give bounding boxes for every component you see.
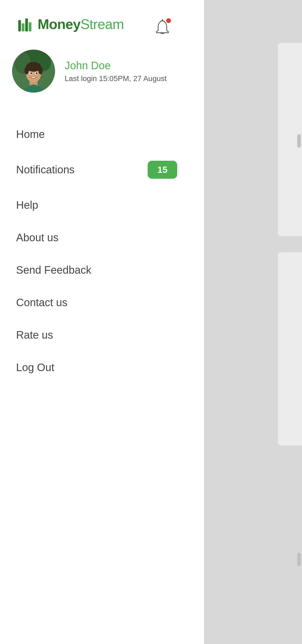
svg-rect-2 [18, 20, 21, 31]
svg-point-14 [24, 67, 29, 74]
logo: MoneyStream [16, 15, 124, 34]
svg-point-15 [38, 67, 43, 74]
menu-item-logout[interactable]: Log Out [0, 351, 193, 384]
menu-item-label-rate: Rate us [16, 329, 53, 341]
menu-item-home[interactable]: Home [0, 118, 193, 151]
svg-point-19 [36, 72, 37, 74]
menu-item-rate[interactable]: Rate us [0, 319, 193, 351]
menu-item-label-contact: Contact us [16, 297, 67, 309]
side-card-top [278, 43, 302, 236]
menu-item-notifications[interactable]: Notifications15 [0, 151, 193, 189]
menu-item-label-feedback: Send Feedback [16, 264, 91, 276]
notification-bell-button[interactable] [152, 16, 173, 38]
last-login: Last login 15:05PM, 27 August [65, 74, 167, 83]
scrollbar-track-bottom [297, 553, 301, 566]
side-card-bottom [278, 252, 302, 445]
logo-text: MoneyStream [38, 16, 124, 32]
menu-item-about[interactable]: About us [0, 221, 193, 254]
logo-icon [16, 15, 35, 34]
profile-section: John Doe Last login 15:05PM, 27 August [12, 50, 167, 93]
menu-item-label-help: Help [16, 199, 38, 211]
drawer-panel: MoneyStream [0, 0, 204, 644]
scrollbar-track-top [297, 134, 301, 148]
menu-item-help[interactable]: Help [0, 189, 193, 221]
svg-rect-3 [22, 23, 24, 31]
notification-dot [166, 18, 171, 23]
menu-item-feedback[interactable]: Send Feedback [0, 254, 193, 286]
menu-item-contact[interactable]: Contact us [0, 286, 193, 319]
user-info: John Doe Last login 15:05PM, 27 August [65, 60, 167, 83]
notification-badge: 15 [148, 161, 177, 179]
menu-item-label-notifications: Notifications [16, 164, 75, 176]
svg-point-18 [30, 72, 32, 74]
menu-list: HomeNotifications15HelpAbout usSend Feed… [0, 118, 193, 384]
menu-item-label-logout: Log Out [16, 361, 54, 374]
svg-rect-4 [25, 19, 28, 31]
avatar [12, 50, 55, 93]
avatar-image [12, 50, 55, 93]
svg-rect-5 [29, 22, 31, 31]
user-name: John Doe [65, 60, 167, 72]
menu-item-label-about: About us [16, 232, 59, 244]
menu-item-label-home: Home [16, 128, 45, 140]
